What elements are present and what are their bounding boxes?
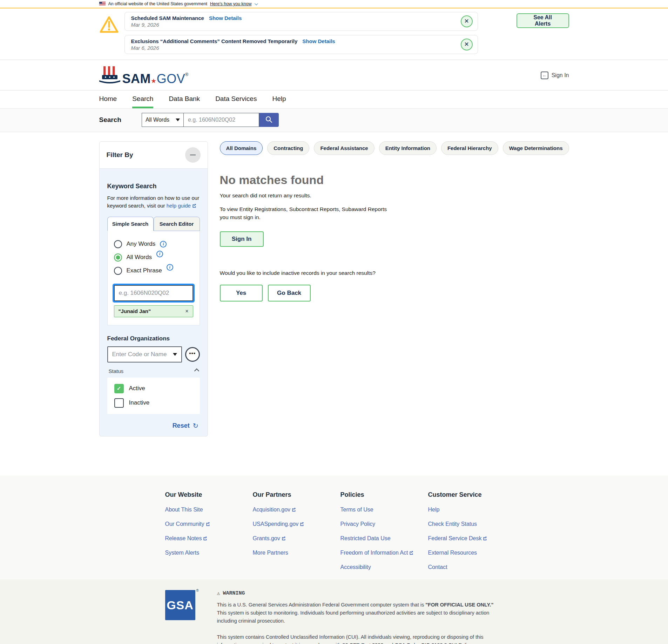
footer-link[interactable]: USASpending.gov xyxy=(253,521,340,527)
header-sign-in-link[interactable]: ← Sign In xyxy=(541,72,569,79)
chevron-down-icon[interactable] xyxy=(254,2,258,5)
external-link-icon xyxy=(203,536,207,541)
footer-link[interactable]: Terms of Use xyxy=(340,507,428,513)
footer-col-our-website: Our Website About This Site Our Communit… xyxy=(165,491,253,570)
domain-pill-entity-information[interactable]: Entity Information xyxy=(379,141,437,155)
keyword-input[interactable] xyxy=(114,285,193,301)
site-header: SAM★GOV® ← Sign In xyxy=(0,60,668,90)
gsa-logo: GSA ® xyxy=(165,590,195,620)
filter-by-title: Filter By xyxy=(107,151,133,159)
info-icon[interactable]: i xyxy=(156,251,163,257)
go-back-button[interactable]: Go Back xyxy=(268,285,311,301)
footer-link[interactable]: About This Site xyxy=(165,507,253,513)
chip-remove-icon[interactable]: × xyxy=(185,308,188,314)
results-sign-in-button[interactable]: Sign In xyxy=(220,231,264,247)
no-results-text: Your search did not return any results. xyxy=(220,192,569,199)
alert-date: Mar 9, 2026 xyxy=(131,22,453,28)
radio-all-words[interactable]: All Words i xyxy=(114,253,193,262)
reset-filters-link[interactable]: Reset xyxy=(173,422,190,429)
footer-link[interactable]: Privacy Policy xyxy=(340,521,428,527)
more-options-button[interactable]: ••• xyxy=(185,347,200,362)
federal-org-select[interactable]: Enter Code or Name xyxy=(107,346,182,362)
alert-title: Exclusions “Additional Comments” Content… xyxy=(131,38,298,44)
radio-any-words[interactable]: Any Words i xyxy=(114,240,193,248)
domain-pill-federal-assistance[interactable]: Federal Assistance xyxy=(314,141,374,155)
domain-pill-wage-determinations[interactable]: Wage Determinations xyxy=(503,141,569,155)
how-you-know-link[interactable]: Here's how you know xyxy=(210,1,251,6)
footer-link[interactable]: Help xyxy=(428,507,516,513)
domain-pill-federal-hierarchy[interactable]: Federal Hierarchy xyxy=(441,141,498,155)
sam-gov-logo[interactable]: SAM★GOV® xyxy=(99,66,189,85)
keyword-search-heading: Keyword Search xyxy=(107,183,200,190)
warning-heading: WARNING xyxy=(223,590,245,596)
show-details-link[interactable]: Show Details xyxy=(302,38,335,44)
footer-link[interactable]: System Alerts xyxy=(165,550,253,556)
footer-link[interactable]: Restricted Data Use xyxy=(340,535,428,542)
footer-link[interactable]: Grants.gov xyxy=(253,535,340,542)
info-icon[interactable]: i xyxy=(160,241,167,248)
warning-icon: ⚠ xyxy=(217,590,220,597)
nav-item-data-services[interactable]: Data Services xyxy=(215,95,257,108)
alert-card: Scheduled SAM Maintenance Show Details M… xyxy=(124,12,478,31)
warning-triangle-icon xyxy=(99,12,124,35)
federal-org-placeholder: Enter Code or Name xyxy=(112,351,167,358)
chip-label: "Junaid Jan" xyxy=(119,308,151,314)
main-nav: Home Search Data Bank Data Services Help xyxy=(0,90,668,109)
top-search-input[interactable] xyxy=(184,113,259,127)
info-icon[interactable]: i xyxy=(167,264,173,271)
magnifier-icon xyxy=(265,116,273,124)
domain-pill-contracting[interactable]: Contracting xyxy=(267,141,309,155)
footer-link[interactable]: Contact xyxy=(428,564,516,570)
filter-panel: Filter By Keyword Search For more inform… xyxy=(99,141,208,436)
logo-star: ★ xyxy=(151,77,157,84)
keyword-chip: "Junaid Jan" × xyxy=(114,305,193,317)
search-band-label: Search xyxy=(99,116,121,124)
inactive-records-question: Would you like to include inactive recor… xyxy=(220,270,569,276)
alert-close-button[interactable]: ✕ xyxy=(461,15,473,27)
search-submit-button[interactable] xyxy=(259,113,279,127)
see-all-alerts-button[interactable]: See All Alerts xyxy=(517,13,569,28)
nav-item-help[interactable]: Help xyxy=(272,95,286,108)
sign-in-arrow-icon: ← xyxy=(541,72,548,79)
external-link-icon xyxy=(192,203,196,208)
chevron-up-icon[interactable] xyxy=(194,368,199,373)
footer-link[interactable]: Our Community xyxy=(165,521,253,527)
radio-exact-phrase[interactable]: Exact Phrase i xyxy=(114,267,193,275)
refresh-icon[interactable]: ↻ xyxy=(193,422,198,430)
nav-item-search[interactable]: Search xyxy=(132,95,153,108)
tab-search-editor[interactable]: Search Editor xyxy=(154,217,200,231)
footer-link[interactable]: Accessibility xyxy=(340,564,428,570)
footer-link[interactable]: Freedom of Information Act xyxy=(340,550,428,556)
caret-down-icon xyxy=(173,353,177,356)
show-details-link[interactable]: Show Details xyxy=(209,15,242,21)
warning-paragraph-2: This system contains Controlled Unclassi… xyxy=(217,633,494,644)
footer-link[interactable]: More Partners xyxy=(253,550,340,556)
yes-button[interactable]: Yes xyxy=(220,285,263,301)
checkbox-inactive[interactable]: Inactive xyxy=(114,398,193,408)
search-mode-select[interactable]: All Words xyxy=(142,113,184,127)
alert-card: Exclusions “Additional Comments” Content… xyxy=(124,35,478,54)
tab-simple-search[interactable]: Simple Search xyxy=(107,217,154,231)
nav-item-home[interactable]: Home xyxy=(99,95,117,108)
footer-link[interactable]: External Resources xyxy=(428,550,516,556)
search-band: Search All Words xyxy=(0,109,668,132)
collapse-filters-button[interactable] xyxy=(185,147,201,163)
search-results: All Domains Contracting Federal Assistan… xyxy=(220,141,569,301)
alert-close-button[interactable]: ✕ xyxy=(461,39,473,50)
footer-link[interactable]: Check Entity Status xyxy=(428,521,516,527)
alerts-section: Scheduled SAM Maintenance Show Details M… xyxy=(0,8,668,60)
gsa-registered-mark: ® xyxy=(196,589,198,592)
help-guide-link[interactable]: help guide xyxy=(167,203,196,209)
footer-link[interactable]: Release Notes xyxy=(165,535,253,542)
alert-title: Scheduled SAM Maintenance xyxy=(131,15,204,21)
footer-link[interactable]: Acquisition.gov xyxy=(253,507,340,513)
checkbox-active[interactable]: ✓ Active xyxy=(114,384,193,393)
footer-col-policies: Policies Terms of Use Privacy Policy Res… xyxy=(340,491,428,570)
footer-links: Our Website About This Site Our Communit… xyxy=(0,476,668,579)
domain-pill-all-domains[interactable]: All Domains xyxy=(220,141,263,155)
us-flag-icon xyxy=(99,2,106,6)
footer-link[interactable]: Federal Service Desk xyxy=(428,535,516,542)
caret-down-icon xyxy=(176,118,180,121)
federal-organizations-heading: Federal Organizations xyxy=(107,335,200,342)
nav-item-data-bank[interactable]: Data Bank xyxy=(169,95,200,108)
